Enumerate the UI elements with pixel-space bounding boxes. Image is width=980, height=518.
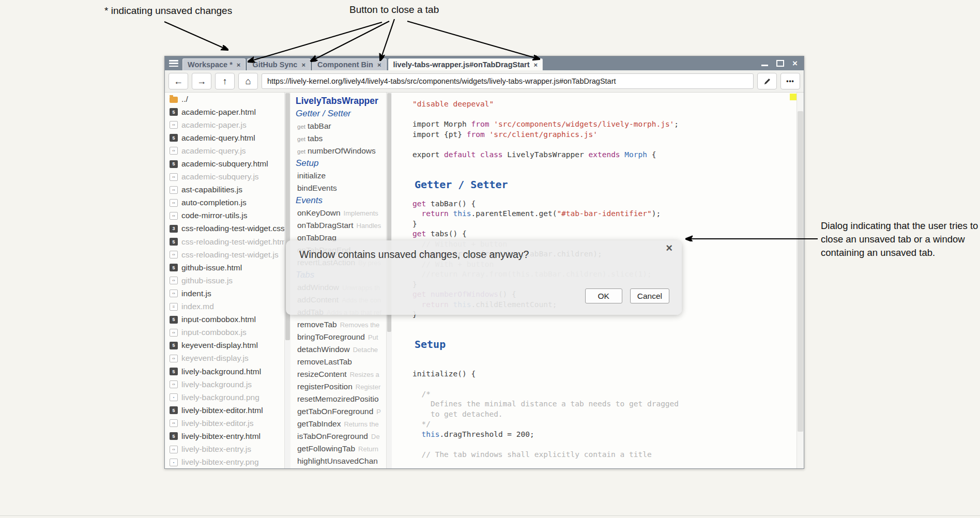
code-token: extends xyxy=(588,150,620,159)
cancel-button[interactable]: Cancel xyxy=(630,288,669,303)
file-name: academic-paper.js xyxy=(181,120,247,130)
code-token: class xyxy=(480,150,503,159)
minimize-icon[interactable] xyxy=(761,65,768,66)
file-row[interactable]: ▪lively-bibtex-entry.png xyxy=(165,456,290,468)
file-row[interactable]: ‹›keyevent-display.js xyxy=(165,352,290,365)
file-row[interactable]: 5lively-background.html xyxy=(165,365,290,378)
method-name: isTabOnForeground xyxy=(297,432,368,440)
file-row[interactable]: ‹›lively-bibtex-editor.js xyxy=(165,417,290,430)
get-prefix: get xyxy=(297,148,305,155)
file-row[interactable]: ‹›css-reloading-test-widget.js xyxy=(165,248,290,261)
annotation-dialog: Dialog indicating that the user tries to… xyxy=(821,219,980,260)
dialog-close-icon[interactable]: × xyxy=(666,242,672,254)
file-row[interactable]: ../ xyxy=(165,93,290,105)
outline-method[interactable]: resetMemoziredPositio xyxy=(296,393,385,405)
method-doc: Detache xyxy=(353,346,378,354)
outline-method[interactable]: bindEvents xyxy=(296,182,385,194)
method-doc: De xyxy=(371,433,380,440)
outline-method[interactable]: initialize xyxy=(296,170,385,182)
code-scrollbar[interactable] xyxy=(797,93,804,468)
file-row[interactable]: 5github-issue.html xyxy=(165,261,290,274)
tab-workspace-[interactable]: Workspace *× xyxy=(182,58,246,70)
outline-method[interactable]: resizeContentResizes a xyxy=(296,368,385,380)
file-row[interactable]: ‹›lively-background.js xyxy=(165,378,290,391)
method-name: resetMemoziredPositio xyxy=(297,394,379,403)
file-row[interactable]: 5academic-subquery.html xyxy=(165,157,290,170)
tab-github-sync[interactable]: GitHub Sync× xyxy=(247,58,311,70)
back-button[interactable]: ← xyxy=(169,73,188,89)
edit-pencil-button[interactable] xyxy=(757,73,777,89)
file-row[interactable]: ‹›academic-query.js xyxy=(165,144,290,157)
js-file-icon: ‹› xyxy=(170,446,178,453)
outline-method[interactable]: bringToForegroundPut xyxy=(296,331,385,343)
file-row[interactable]: 5lively-bibtex-editor.html xyxy=(165,404,290,417)
ok-button[interactable]: OK xyxy=(585,288,622,303)
up-button[interactable]: ↑ xyxy=(215,73,235,89)
code-token: this xyxy=(421,430,439,438)
file-row[interactable]: 5lively-bibtex-entry.html xyxy=(165,430,290,443)
file-row[interactable]: 5academic-query.html xyxy=(165,131,290,144)
code-token xyxy=(412,390,421,398)
file-row[interactable]: ‹›code-mirror-utils.js xyxy=(165,209,290,222)
code-token xyxy=(412,450,421,459)
menu-icon[interactable] xyxy=(169,60,178,67)
file-row[interactable]: ‹›academic-paper.js xyxy=(165,118,290,131)
outline-method[interactable]: detachWindowDetache xyxy=(296,343,385,356)
tab-lively-tabs-wrapper-js-ontabdragstart[interactable]: lively-tabs-wrapper.js#onTabDragStart× xyxy=(388,58,543,70)
outline-method[interactable]: getTabOnForegroundP xyxy=(296,405,385,418)
outline-method[interactable]: isTabOnForegroundDe xyxy=(296,430,385,443)
code-line: import Morph from 'src/components/widget… xyxy=(412,119,790,130)
outline-method[interactable]: getTabIndexReturns the xyxy=(296,418,385,430)
tab-close-icon[interactable]: × xyxy=(377,61,381,69)
file-name: github-issue.html xyxy=(181,263,242,272)
outline-method[interactable]: registerPositionRegister xyxy=(296,380,385,393)
method-name: getTabOnForeground xyxy=(297,407,373,416)
html-file-icon: 5 xyxy=(170,432,178,440)
outline-method[interactable]: removeTabRemoves the xyxy=(296,318,385,331)
file-row[interactable]: 5keyevent-display.html xyxy=(165,339,290,352)
code-line xyxy=(412,320,790,330)
method-name: tabs xyxy=(308,134,323,143)
code-token: Morph xyxy=(624,150,647,159)
file-name: css-reloading-test-widget.html xyxy=(181,237,288,247)
file-row[interactable]: ‹›lively-bibtex-entry.js xyxy=(165,443,290,456)
home-button[interactable]: ⌂ xyxy=(238,73,258,89)
tab-close-icon[interactable]: × xyxy=(301,61,305,69)
file-row[interactable]: ‹›indent.js xyxy=(165,287,290,300)
file-row[interactable]: ▪lively-background.png xyxy=(165,391,290,404)
file-row[interactable]: ≡index.md xyxy=(165,300,290,313)
file-row[interactable]: 5css-reloading-test-widget.html xyxy=(165,235,290,248)
file-row[interactable]: ‹›ast-capabilities.js xyxy=(165,184,290,196)
outline-method[interactable]: onKeyDownImplements xyxy=(296,207,385,219)
file-row[interactable]: ‹›auto-completion.js xyxy=(165,196,290,209)
file-row[interactable]: 5input-combobox.html xyxy=(165,313,290,326)
maximize-icon[interactable] xyxy=(776,60,784,67)
file-row[interactable]: ‹›github-issue.js xyxy=(165,274,290,287)
url-input[interactable] xyxy=(262,73,754,89)
page-bottom-divider xyxy=(0,515,980,516)
close-window-icon[interactable]: × xyxy=(792,59,798,68)
outline-method[interactable]: getFollowingTabReturn xyxy=(296,443,385,455)
file-row[interactable]: ‹›input-combobox.js xyxy=(165,326,290,339)
file-row[interactable]: ‹›academic-subquery.js xyxy=(165,171,290,184)
tab-close-icon[interactable]: × xyxy=(237,61,241,69)
tab-close-icon[interactable]: × xyxy=(534,61,538,69)
outline-method[interactable]: gettabBar xyxy=(296,120,385,132)
outline-method[interactable]: removeLastTab xyxy=(296,356,385,368)
code-token xyxy=(412,410,421,418)
code-token: get xyxy=(412,230,426,238)
outline-method[interactable]: gettabs xyxy=(296,132,385,145)
code-token: initialize() { xyxy=(412,370,476,378)
file-row[interactable]: 5academic-paper.html xyxy=(165,105,290,118)
js-file-icon: ‹› xyxy=(170,380,178,388)
code-line xyxy=(412,439,790,450)
forward-button[interactable]: → xyxy=(192,73,211,89)
file-name: academic-paper.html xyxy=(181,108,256,117)
more-options-button[interactable]: ••• xyxy=(780,73,800,89)
outline-method[interactable]: highlightUnsavedChan xyxy=(296,455,385,467)
tab-component-bin[interactable]: Component Bin× xyxy=(312,58,387,70)
outline-method[interactable]: onTabDragStartHandles xyxy=(296,219,385,232)
file-row[interactable]: 3css-reloading-test-widget.css xyxy=(165,222,290,235)
tab-bar: Workspace *×GitHub Sync×Component Bin×li… xyxy=(165,56,804,70)
outline-method[interactable]: getnumberOfWindows xyxy=(296,145,385,157)
